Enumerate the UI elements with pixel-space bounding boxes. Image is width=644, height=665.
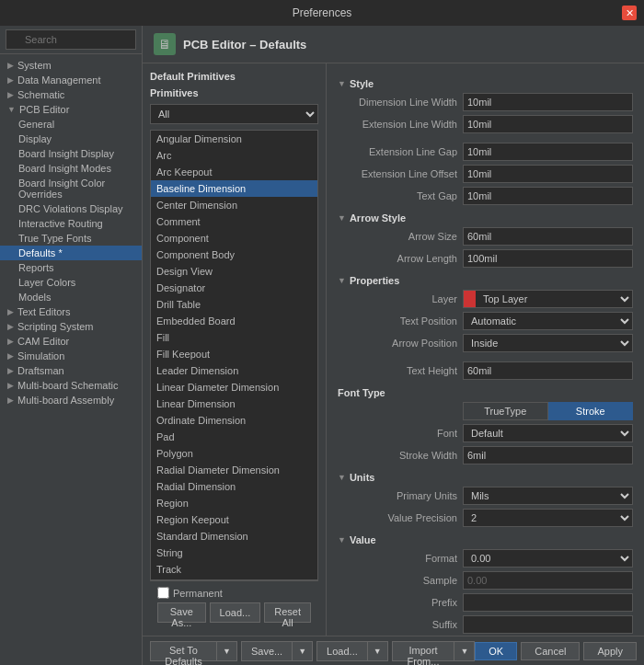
suffix-input[interactable] (463, 615, 633, 634)
primary-units-select[interactable]: Mils mm Inches (463, 487, 633, 505)
arrow-size-input[interactable] (463, 227, 633, 246)
text-gap-input[interactable] (463, 187, 633, 205)
text-position-select[interactable]: Automatic Manual (463, 312, 633, 330)
set-to-defaults-button[interactable]: Set To Defaults (150, 641, 216, 661)
truetype-button[interactable]: TrueType (463, 402, 548, 420)
list-item[interactable]: String (151, 545, 317, 561)
sidebar-item-multiboard-schematic[interactable]: ▶ Multi-board Schematic (0, 378, 142, 393)
sidebar-item-text-editors[interactable]: ▶ Text Editors (0, 304, 142, 319)
sidebar-item-system[interactable]: ▶ System (0, 58, 142, 73)
cancel-button[interactable]: Cancel (521, 642, 580, 660)
list-item[interactable]: Arc (151, 147, 317, 164)
list-item[interactable]: Leader Dimension (151, 362, 317, 379)
list-item[interactable]: Linear Dimension (151, 396, 317, 412)
permanent-checkbox[interactable] (157, 587, 169, 599)
arrow-length-input[interactable] (463, 249, 633, 268)
primary-units-label: Primary Units (338, 490, 457, 501)
list-item[interactable]: Component Body (151, 247, 317, 263)
close-button[interactable]: ✕ (622, 6, 637, 20)
layer-select[interactable]: Top Layer (476, 290, 633, 308)
dimension-line-width-label: Dimension Line Width (338, 97, 457, 108)
sidebar-item-scripting-system[interactable]: ▶ Scripting System (0, 319, 142, 334)
dimension-line-width-input[interactable] (463, 93, 633, 111)
style-section-header[interactable]: ▼ Style (338, 78, 633, 89)
prefix-input[interactable] (463, 593, 633, 612)
font-select[interactable]: Default Arial Times New Roman (463, 424, 633, 442)
sidebar-item-board-insight-modes[interactable]: Board Insight Modes (0, 161, 142, 176)
list-item[interactable]: Embedded Board (151, 313, 317, 329)
sidebar-item-reports[interactable]: Reports (0, 260, 142, 275)
sidebar-item-cam-editor[interactable]: ▶ CAM Editor (0, 334, 142, 349)
list-item[interactable]: Comment (151, 213, 317, 230)
list-item[interactable]: Angular Dimension (151, 131, 317, 147)
extension-line-width-input[interactable] (463, 115, 633, 133)
list-item[interactable]: Designator (151, 280, 317, 296)
list-item[interactable]: Fill Keepout (151, 346, 317, 362)
sidebar-item-models[interactable]: Models (0, 290, 142, 304)
sidebar-item-board-insight-display[interactable]: Board Insight Display (0, 146, 142, 161)
units-section-header[interactable]: ▼ Units (338, 472, 633, 483)
sidebar-item-general[interactable]: General (0, 117, 142, 132)
list-item[interactable]: Radial Diameter Dimension (151, 462, 317, 478)
extension-line-gap-row: Extension Line Gap (338, 143, 633, 161)
search-input[interactable] (6, 29, 136, 50)
list-item[interactable]: Region (151, 495, 317, 511)
load-arrow-button[interactable]: ▼ (367, 641, 388, 661)
stroke-width-input[interactable] (463, 446, 633, 464)
sidebar-item-interactive-routing[interactable]: Interactive Routing (0, 216, 142, 231)
apply-button[interactable]: Apply (583, 642, 637, 660)
save-arrow-button[interactable]: ▼ (292, 641, 313, 661)
sidebar-item-layer-colors[interactable]: Layer Colors (0, 275, 142, 290)
format-select[interactable]: 0.00 0.000 (463, 549, 633, 568)
sidebar-item-defaults[interactable]: Defaults * (0, 246, 142, 260)
arrow-style-section-header[interactable]: ▼ Arrow Style (338, 212, 633, 224)
sidebar-item-drc-violations[interactable]: DRC Violations Display (0, 201, 142, 216)
list-item[interactable]: Component (151, 230, 317, 247)
sidebar-item-multiboard-assembly[interactable]: ▶ Multi-board Assembly (0, 393, 142, 407)
save-as-button[interactable]: Save As... (157, 602, 206, 623)
list-item[interactable]: Arc Keepout (151, 164, 317, 180)
list-item[interactable]: Drill Table (151, 296, 317, 313)
list-item[interactable]: Center Dimension (151, 197, 317, 213)
sidebar-item-simulation[interactable]: ▶ Simulation (0, 349, 142, 363)
list-item[interactable]: Track (151, 561, 317, 578)
sidebar-item-pcb-editor[interactable]: ▼ PCB Editor (0, 102, 142, 117)
list-item-baseline-dimension[interactable]: Baseline Dimension (151, 180, 317, 197)
sidebar-item-draftsman[interactable]: ▶ Draftsman (0, 363, 142, 378)
load-button[interactable]: Load... (316, 641, 367, 661)
primitives-filter-select[interactable]: All Dimension Track Via (150, 104, 318, 124)
list-item[interactable]: Fill (151, 329, 317, 346)
ok-button[interactable]: OK (475, 642, 517, 660)
list-item[interactable]: Linear Diameter Dimension (151, 379, 317, 396)
import-from-arrow-button[interactable]: ▼ (454, 641, 475, 661)
set-to-defaults-arrow-button[interactable]: ▼ (216, 641, 237, 661)
sidebar-item-board-insight-colors[interactable]: Board Insight Color Overrides (0, 176, 142, 201)
sidebar-item-true-type-fonts[interactable]: True Type Fonts (0, 231, 142, 246)
sidebar-item-display[interactable]: Display (0, 132, 142, 146)
list-item[interactable]: Standard Dimension (151, 528, 317, 545)
text-height-input[interactable] (463, 361, 633, 380)
save-button[interactable]: Save... (241, 641, 292, 661)
value-section-header[interactable]: ▼ Value (338, 534, 633, 545)
properties-section-header[interactable]: ▼ Properties (338, 275, 633, 286)
list-item[interactable]: Radial Dimension (151, 478, 317, 495)
list-item[interactable]: Region Keepout (151, 511, 317, 528)
arrow-style-section-label: Arrow Style (350, 212, 406, 224)
load-button[interactable]: Load... (210, 602, 261, 623)
sample-input[interactable] (463, 571, 633, 590)
extension-line-offset-input[interactable] (463, 165, 633, 183)
import-from-button[interactable]: Import From... (392, 641, 454, 661)
value-precision-select[interactable]: 1 2 3 (463, 509, 633, 527)
layer-row: Layer Top Layer (338, 290, 633, 308)
font-type-section-header[interactable]: Font Type (338, 387, 633, 398)
list-item[interactable]: Pad (151, 429, 317, 445)
sidebar-item-data-management[interactable]: ▶ Data Management (0, 73, 142, 87)
sidebar-item-schematic[interactable]: ▶ Schematic (0, 87, 142, 102)
list-item[interactable]: Ordinate Dimension (151, 412, 317, 429)
list-item[interactable]: Design View (151, 263, 317, 280)
reset-all-button[interactable]: Reset All (264, 602, 311, 623)
stroke-button[interactable]: Stroke (548, 402, 634, 420)
arrow-position-select[interactable]: Inside Outside (463, 334, 633, 352)
list-item[interactable]: Polygon (151, 445, 317, 462)
extension-line-gap-input[interactable] (463, 143, 633, 161)
